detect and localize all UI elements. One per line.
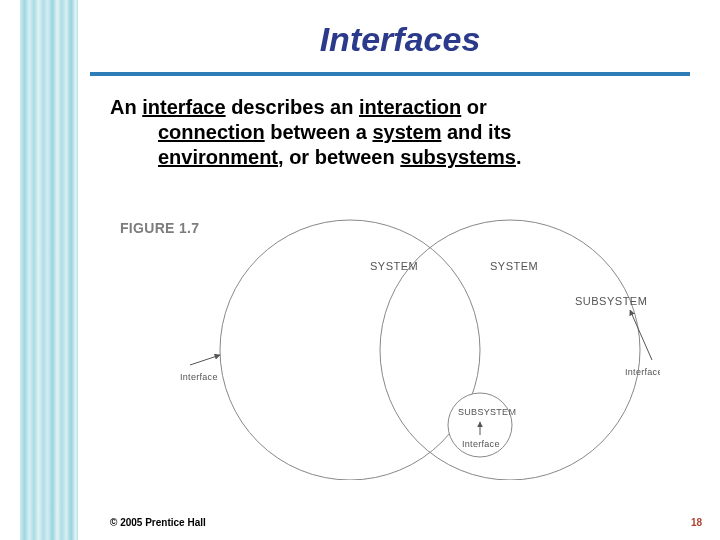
body-text: . xyxy=(516,146,522,168)
decorative-sidebar xyxy=(20,0,78,540)
body-underline-system: system xyxy=(372,121,441,143)
label-interface-right: Interface xyxy=(625,367,660,377)
body-text: or xyxy=(461,96,487,118)
body-underline-connection: connection xyxy=(158,121,265,143)
body-text: and its xyxy=(441,121,511,143)
label-subsystem-small: SUBSYSTEM xyxy=(458,407,516,417)
svg-line-3 xyxy=(190,355,220,365)
slide-title: Interfaces xyxy=(120,20,680,59)
svg-line-4 xyxy=(630,310,652,360)
label-interface-left: Interface xyxy=(180,372,218,382)
body-underline-subsystems: subsystems xyxy=(400,146,516,168)
label-system-right: SYSTEM xyxy=(490,260,538,272)
page-number: 18 xyxy=(691,517,702,528)
body-underline-interaction: interaction xyxy=(359,96,461,118)
body-paragraph: An interface describes an interaction or… xyxy=(110,95,680,170)
slide: Interfaces An interface describes an int… xyxy=(0,0,720,540)
label-interface-small: Interface xyxy=(462,439,500,449)
body-underline-environment: environment, xyxy=(158,146,284,168)
body-underline-interface: interface xyxy=(142,96,225,118)
body-text: describes an xyxy=(226,96,359,118)
title-rule xyxy=(90,72,690,76)
label-subsystem: SUBSYSTEM xyxy=(575,295,647,307)
svg-point-0 xyxy=(220,220,480,480)
label-system-left: SYSTEM xyxy=(370,260,418,272)
body-text: or between xyxy=(284,146,401,168)
body-text: between a xyxy=(265,121,373,143)
copyright: © 2005 Prentice Hall xyxy=(110,517,206,528)
figure-diagram: SYSTEM SYSTEM SUBSYSTEM Interface Interf… xyxy=(180,210,660,480)
body-text: An xyxy=(110,96,142,118)
